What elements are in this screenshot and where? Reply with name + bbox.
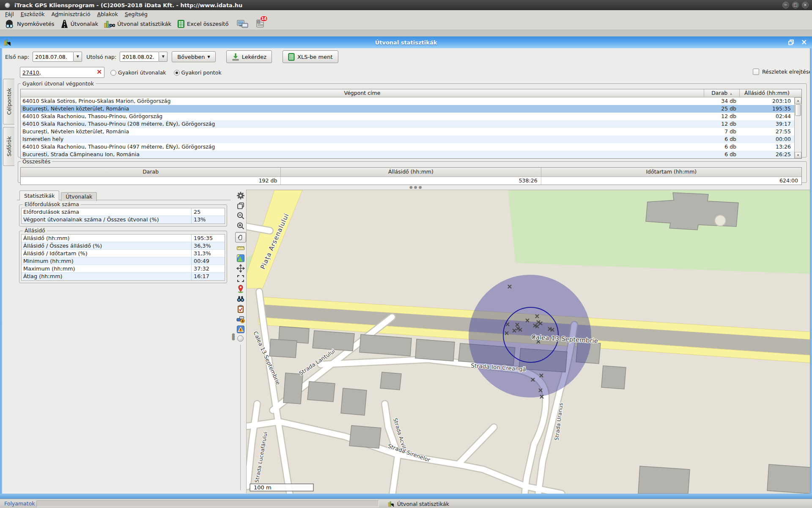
maximize-button[interactable]: □ xyxy=(792,2,799,8)
map-alerts-icon[interactable] xyxy=(236,325,245,334)
menu-eszkozok[interactable]: Eszközök xyxy=(17,11,48,18)
summary-legend: Összesítés xyxy=(21,158,52,165)
menubar: Fájl Eszközök Adminisztráció Ablakok Seg… xyxy=(0,10,812,18)
report-list-button[interactable]: 14 xyxy=(252,18,268,30)
sidebar-tab-soforok[interactable]: Sofőrök xyxy=(3,127,14,166)
statusbar-processes-label[interactable]: Folyamatok xyxy=(0,500,39,507)
endpoints-rows: 64010 Skala Sotiros, Prinou-Skalas Mario… xyxy=(21,97,801,158)
last-day-label: Utolsó nap: xyxy=(86,54,116,60)
map-pan-tool-active[interactable] xyxy=(235,232,246,243)
map-toolbar: 4 xyxy=(235,190,246,494)
radio-frequent-routes[interactable]: Gyakori útvonalak xyxy=(110,69,166,76)
tracking-icon xyxy=(5,19,15,28)
map-tasks-icon[interactable] xyxy=(236,305,245,313)
table-row[interactable]: 64010 Skala Rachoniou, Thasou-Prinou, Gö… xyxy=(21,113,801,120)
first-day-input[interactable] xyxy=(33,52,74,62)
route-stats-button[interactable]: Útvonal statisztikák xyxy=(101,19,174,29)
stats-tab-bar: Statisztikák Útvonalak xyxy=(17,190,230,200)
map-search-icon[interactable] xyxy=(236,295,245,303)
scroll-up-icon[interactable]: ▴ xyxy=(795,97,801,104)
stats-row[interactable]: Állásidő / Összes állásidő (%)36,3% xyxy=(22,242,225,250)
map-fountain xyxy=(715,215,726,226)
mdi-border-bottom xyxy=(0,494,812,499)
table-row[interactable]: 64010 Skala Rachoniou, Thasou-Prinou (20… xyxy=(21,120,801,128)
table-row[interactable]: 64010 Skala Rachoniou, Thasou-Prinou (49… xyxy=(21,143,801,151)
scroll-down-icon[interactable]: ▾ xyxy=(795,152,801,158)
table-row-selected[interactable]: București, Névtelen közterület, Románia2… xyxy=(21,105,801,113)
stats-row[interactable]: Állásidő / Időtartam (%)31,3% xyxy=(22,250,225,257)
statusbar: Folyamatok Útvonal statisztikák xyxy=(0,499,812,508)
stats-row[interactable]: Maximum (hh:mm)37:32 xyxy=(22,265,225,273)
endpoints-table: Végpont címe Darab▴ Állásidő (hh:mm) 640… xyxy=(20,89,802,159)
routes-button[interactable]: Útvonalak xyxy=(58,19,102,29)
last-day-input[interactable] xyxy=(120,52,159,62)
vertical-splitter[interactable]: ●●● xyxy=(230,190,235,494)
mdi-titlebar[interactable]: Útvonal statisztikák × xyxy=(0,36,812,48)
app-titlebar: iTrack GPS Kliensprogram - (C)2005-2018 … xyxy=(0,0,812,10)
minimize-button[interactable]: − xyxy=(782,2,789,8)
column-header-idle[interactable]: Állásidő (hh:mm) xyxy=(740,89,794,97)
column-header-count[interactable]: Darab▴ xyxy=(704,89,740,97)
sort-asc-icon: ▴ xyxy=(730,91,732,96)
map-type-icon[interactable] xyxy=(236,254,245,262)
monitors-button[interactable] xyxy=(234,19,252,30)
map-zoom-slider-track[interactable] xyxy=(240,345,241,490)
mdi-close-button[interactable]: × xyxy=(800,39,808,46)
app-title: iTrack GPS Kliensprogram - (C)2005-2018 … xyxy=(14,2,242,8)
stats-row[interactable]: Előfordulások száma25 xyxy=(22,208,225,216)
task-window-icon xyxy=(388,501,395,507)
stats-row[interactable]: Átlag (hh:mm)16:17 xyxy=(22,273,225,280)
map-move-icon[interactable] xyxy=(236,264,245,273)
close-button[interactable]: × xyxy=(802,2,809,8)
save-xls-button[interactable]: XLS-be ment xyxy=(283,50,338,63)
query-button[interactable]: Lekérdez xyxy=(226,50,272,63)
menu-segitseg[interactable]: Segítség xyxy=(121,11,151,18)
idle-time-table: Állásidő (hh:mm)195:35 Állásidő / Összes… xyxy=(21,234,225,281)
filter-input[interactable] xyxy=(20,67,104,78)
map-fit-screen-icon[interactable] xyxy=(236,274,245,283)
summary-col-count: Darab xyxy=(21,168,281,177)
checkbox-icon xyxy=(753,69,759,75)
stats-row[interactable]: Minimum (hh:mm)00:49 xyxy=(22,257,225,265)
map-view[interactable]: Piața Arsenalului Calea 13 Septembrie St… xyxy=(246,190,810,493)
endpoints-groupbox: Gyakori útvonal végpontok Végpont címe D… xyxy=(18,80,807,157)
menu-fajl[interactable]: Fájl xyxy=(2,11,17,18)
last-day-dropdown[interactable]: ▼ xyxy=(159,52,167,62)
horizontal-splitter[interactable]: ●●● xyxy=(2,183,810,189)
map-marker-icon[interactable] xyxy=(236,284,245,293)
menu-ablakok[interactable]: Ablakok xyxy=(94,11,121,18)
map-settings-icon[interactable] xyxy=(236,191,245,200)
tracking-button[interactable]: Nyomkövetés xyxy=(2,19,58,29)
more-button[interactable]: Bővebben▼ xyxy=(172,51,215,62)
statusbar-task-button[interactable]: Útvonal statisztikák xyxy=(385,500,453,508)
tab-statisztikak[interactable]: Statisztikák xyxy=(19,190,59,200)
radio-frequent-points[interactable]: Gyakori pontok xyxy=(174,69,222,76)
map-measure-icon[interactable] xyxy=(236,244,245,252)
hide-details-checkbox[interactable]: Részletek elrejtése xyxy=(753,69,812,75)
first-day-dropdown[interactable]: ▼ xyxy=(74,52,82,62)
map-zoom-slider-knob[interactable] xyxy=(237,335,244,342)
table-scrollbar[interactable]: ▴ ▾ xyxy=(794,97,801,158)
menu-adminisztracio[interactable]: Adminisztráció xyxy=(48,11,94,18)
xls-icon xyxy=(288,53,295,61)
column-header-address[interactable]: Végpont címe xyxy=(21,89,704,97)
table-row[interactable]: București, Névtelen közterület, Románia7… xyxy=(21,128,801,135)
sidebar-tab-celpontok[interactable]: Célpontok xyxy=(3,79,14,124)
stats-row[interactable]: Végpont útvonalainak száma / Összes útvo… xyxy=(22,216,225,224)
idle-time-groupbox: Állásidő Állásidő (hh:mm)195:35 Állásidő… xyxy=(19,231,227,283)
tab-utvonalak[interactable]: Útvonalak xyxy=(61,192,97,201)
table-row[interactable]: Ismeretlen hely6 db00:00 xyxy=(21,135,801,143)
scrollbar-thumb[interactable] xyxy=(795,104,801,116)
clear-filter-icon[interactable]: ✕ xyxy=(96,68,102,76)
map-zoom-in-icon[interactable] xyxy=(236,222,245,230)
map-vehicles-icon[interactable]: 4 xyxy=(236,315,245,323)
mdi-restore-button[interactable] xyxy=(787,39,795,46)
stats-row[interactable]: Állásidő (hh:mm)195:35 xyxy=(22,235,225,242)
table-row[interactable]: Bucuresti, Strada Câmpineanu Ion, Románi… xyxy=(21,151,801,158)
excel-summary-button[interactable]: Excel összesítő xyxy=(174,19,231,29)
map-zoom-out-icon[interactable] xyxy=(236,212,245,220)
radio-icon xyxy=(110,70,116,76)
map-layers-icon[interactable] xyxy=(236,202,245,210)
table-row[interactable]: 64010 Skala Sotiros, Prinou-Skalas Mario… xyxy=(21,97,801,105)
hand-icon xyxy=(237,233,245,241)
